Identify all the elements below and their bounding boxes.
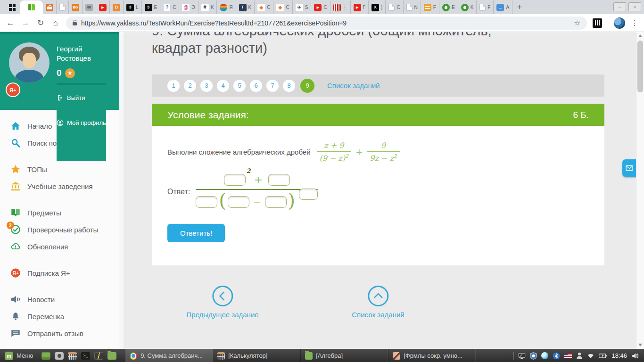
scroll-down-arrow[interactable] [638, 344, 642, 346]
pagination-page-8[interactable]: 8 [283, 80, 295, 92]
pagination-page-2[interactable]: 2 [184, 80, 196, 92]
browser-tab[interactable]: X) [369, 0, 386, 14]
sidebar-item-schools[interactable]: Учебные заведения [0, 178, 119, 195]
browser-tab[interactable]: ▶C [311, 0, 330, 14]
browser-tab[interactable]: C [386, 0, 403, 14]
answer-box-5[interactable] [265, 196, 287, 208]
pagination-page-9[interactable]: 9 [300, 79, 314, 93]
file-manager-icon[interactable] [107, 352, 116, 360]
pagination-page-4[interactable]: 4 [217, 80, 229, 92]
show-desktop-icon[interactable] [41, 352, 50, 360]
start-menu-button[interactable]: m Меню [0, 349, 38, 362]
close-button[interactable]: × [628, 2, 641, 11]
messenger-icon[interactable] [541, 352, 548, 359]
volume-icon[interactable] [631, 353, 639, 359]
sidebar-item-feedback[interactable]: Отправить отзыв [0, 325, 119, 342]
browser-tab[interactable]: ▶ [96, 0, 110, 14]
pagination-page-5[interactable]: 5 [233, 80, 246, 92]
minimize-button[interactable]: – [613, 2, 626, 11]
battery-icon[interactable] [599, 353, 607, 359]
calculator-launcher-icon[interactable] [68, 352, 77, 360]
address-bar[interactable]: https://www.yaklass.ru/TestWorkRun/Exerc… [66, 16, 587, 30]
pagination-page-6[interactable]: 6 [250, 80, 262, 92]
browser-tab[interactable] [43, 0, 57, 14]
browser-tab[interactable]: 3L [124, 0, 142, 14]
display-settings-icon[interactable] [518, 353, 526, 359]
wifi-icon[interactable] [587, 353, 594, 359]
sidebar-item-news[interactable]: Новости [0, 291, 119, 308]
scrollbar-thumb[interactable] [637, 41, 643, 92]
answer-box-2[interactable] [268, 174, 290, 186]
answer-box-3[interactable] [196, 196, 217, 208]
browser-tab[interactable]: …A [494, 0, 512, 14]
browser-tab[interactable]: ✈S [293, 0, 312, 14]
browser-tab[interactable]: Я [217, 0, 236, 14]
browser-tab[interactable]: ⋮ [330, 0, 351, 14]
answer-exponent-box[interactable] [299, 189, 318, 200]
browser-tab[interactable]: TK [236, 0, 255, 14]
sidebar-item-updates[interactable]: Обновления [0, 238, 119, 255]
sidebar-item-tops[interactable]: ТОПы [0, 161, 119, 178]
task-list-button[interactable]: Список заданий [352, 286, 404, 319]
clock[interactable]: 18:46 [611, 352, 627, 359]
browser-tab[interactable]: B [110, 0, 124, 14]
extension-icon[interactable] [593, 18, 602, 28]
logout-link[interactable]: Выйти [57, 94, 85, 101]
browser-tab[interactable]: ?C [160, 0, 179, 14]
pagination-page-7[interactable]: 7 [266, 80, 279, 92]
submit-answer-button[interactable]: Ответить! [167, 224, 225, 242]
scroll-up-arrow[interactable] [638, 34, 642, 37]
taskbar-window[interactable]: [Алгебра] [300, 349, 388, 362]
terminal-icon[interactable]: >_ [81, 352, 90, 360]
answer-box-1[interactable] [224, 174, 246, 186]
taskbar-window[interactable]: 9. Сумма алгебраич... [125, 349, 213, 362]
sidebar-item-subscription[interactable]: Я+Подписка Я+ [0, 264, 119, 281]
bookmark-star-icon[interactable]: ☆ [574, 19, 580, 27]
browser-tab[interactable] [83, 0, 96, 14]
browser-tab[interactable]: 3E [142, 0, 161, 14]
sidebar-item-subjects[interactable]: Предметы [0, 204, 119, 221]
screenshot-icon[interactable] [55, 352, 64, 360]
task-list-link[interactable]: Список заданий [327, 82, 380, 90]
url-text[interactable]: https://www.yaklass.ru/TestWorkRun/Exerc… [81, 19, 570, 27]
page-scrollbar[interactable] [636, 32, 644, 349]
forward-button[interactable]: → [21, 18, 30, 28]
answer-box-4[interactable] [228, 196, 249, 208]
system-monitor-icon[interactable] [94, 352, 103, 360]
taskbar-window[interactable]: [Фрмлы сокр. умно... [388, 349, 476, 362]
browser-tab[interactable]: @Э [179, 0, 198, 14]
user-session-icon[interactable] [576, 352, 583, 359]
new-tab-button[interactable]: + [512, 0, 527, 14]
browser-tab[interactable]: F [477, 0, 494, 14]
browser-tab[interactable] [20, 0, 43, 14]
envelope-icon [626, 165, 633, 171]
sidebar-item-break[interactable]: Переменка [0, 308, 119, 325]
shield-info-icon[interactable] [530, 352, 537, 360]
previous-task-button[interactable]: Предыдущее задание [186, 286, 258, 319]
back-button[interactable]: ← [6, 18, 15, 28]
browser-tab[interactable]: E [439, 0, 458, 14]
browser-tab[interactable]: #K [198, 0, 217, 14]
home-button[interactable]: ⌂ [51, 18, 60, 28]
browser-tab[interactable]: N [404, 0, 421, 14]
browser-tab[interactable]: F [421, 0, 439, 14]
taskbar-window[interactable]: [Калькулятор] [213, 349, 300, 362]
user-name[interactable]: Георгий Ростовцев [57, 44, 91, 63]
browser-menu-icon[interactable]: ⋮ [631, 18, 638, 27]
browser-tab[interactable]: ▶Г [351, 0, 369, 14]
avatar[interactable] [9, 42, 50, 83]
bluetooth-icon[interactable] [553, 352, 560, 360]
mail-feedback-widget[interactable] [622, 159, 636, 177]
browser-tab[interactable]: BG [69, 0, 83, 14]
sidebar-item-tests[interactable]: 2Проверочные работы [0, 221, 119, 238]
tab-search-icon[interactable] [5, 1, 20, 14]
browser-tab[interactable] [57, 0, 69, 14]
browser-tab[interactable]: ◆C [273, 0, 292, 14]
browser-tab[interactable]: K [458, 0, 477, 14]
keyboard-layout-flag-icon[interactable] [564, 353, 572, 358]
profile-avatar-globe[interactable] [614, 17, 625, 29]
reload-button[interactable]: ↻ [36, 18, 45, 28]
browser-tab[interactable]: ◆C [255, 0, 273, 14]
pagination-page-3[interactable]: 3 [200, 80, 213, 92]
pagination-page-1[interactable]: 1 [167, 80, 180, 92]
